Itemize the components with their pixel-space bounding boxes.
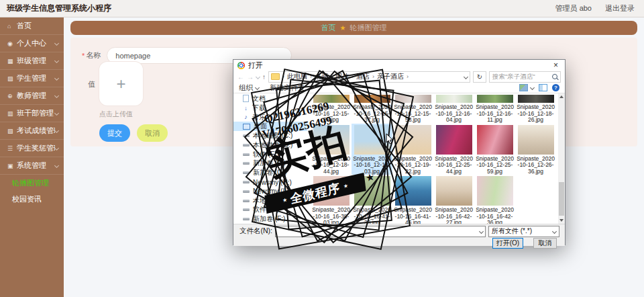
dialog-titlebar[interactable]: 打开 × [233,60,565,71]
change-view-button[interactable] [519,84,534,91]
dialog-title: 打开 [248,60,263,71]
sidebar-item-reward-mgmt[interactable]: ☰ 学生奖惩管理 [0,140,64,157]
sidebar-item-profile[interactable]: ◉ 个人中心 [0,35,64,52]
address-segment-family-hotel[interactable]: 亲子酒店 [377,72,404,81]
submit-button[interactable]: 提交 [99,124,130,142]
sidebar-item-student-mgmt[interactable]: ▨ 学生管理 [0,70,64,87]
file-item[interactable]: Snipaste_2020-10-16_12-15-26.jpg [311,93,352,124]
scrollbar-thumb[interactable] [559,182,564,216]
file-item[interactable]: Snipaste_2020-10-16_12-18-26.jpg [515,93,556,124]
chevron-down-icon [54,41,59,46]
tree-item-disk-h[interactable]: Newsmy (H:) [233,177,307,187]
reward-icon: ☰ [7,145,17,152]
sidebar-item-system-mgmt[interactable]: ▣ 系统管理 [0,157,64,175]
address-bar[interactable]: › 此电脑 › 桌面 › 图片 › 酒店 › 亲子酒店 › [268,71,470,83]
value-label: 值 [88,79,95,89]
scroll-up-icon[interactable] [559,95,564,98]
dialog-cancel-button[interactable]: 取消 [533,238,557,249]
tree-item-desktop[interactable]: 桌面 [233,122,307,131]
refresh-icon[interactable]: ↻ [473,71,486,83]
filetype-select[interactable]: 所有文件 (*.*) [488,226,559,237]
close-icon[interactable]: × [547,60,565,70]
search-box[interactable]: 搜索"亲子酒店" [489,71,561,83]
help-icon[interactable]: ? [552,84,559,91]
file-item[interactable]: Snipaste_2020-10-16_16-41-46.jpg [392,175,433,224]
organize-button[interactable]: 组织 [239,83,259,93]
file-item[interactable]: Snipaste_2020-10-16_12-18-44.jpg [311,124,352,175]
address-segment-desktop[interactable]: 桌面 [315,72,328,81]
new-folder-button[interactable]: 新建文件夹 [270,83,305,93]
file-item-selected[interactable]: Snipaste_2020-10-16_12-19-03.jpg [352,124,392,175]
file-item[interactable]: Snipaste_2020-10-16_12-16-04.jpg [433,93,474,124]
sidebar-item-cadre-mgmt[interactable]: ▥ 班干部管理 [0,105,64,122]
tree-item-disk-i[interactable]: Newsmy (I:) [233,187,307,196]
file-item[interactable]: Snipaste_2020-10-16_12-25-44.jpg [433,124,474,175]
tree-item-music[interactable]: ♪音乐 [233,113,307,122]
cancel-button[interactable]: 取消 [137,124,168,142]
file-thumbnail [518,95,554,103]
chevron-down-icon [479,228,484,233]
tree-item-disk-e[interactable]: 软件 (E:) [233,150,307,159]
document-icon [243,95,249,102]
file-thumbnail [395,176,431,206]
file-item[interactable]: Snipaste_2020-10-16_16-38-03.jpg [311,175,352,224]
filename-combo[interactable] [275,226,486,237]
file-item[interactable]: Snipaste_2020-10-16_16-41-36.jpg [352,175,392,224]
sidebar-subitem-campus-news[interactable]: 校园资讯 [0,191,64,207]
back-icon[interactable]: ← [237,73,244,81]
chevron-down-icon [54,146,59,151]
breadcrumb-home[interactable]: 首页 [321,23,336,33]
tree-item-downloads[interactable]: ↓下载 [233,103,307,113]
student-icon: ▨ [7,75,17,82]
address-dropdown-icon[interactable] [464,74,468,79]
folder-icon [271,73,280,80]
tree-item-disk-c[interactable]: 本地磁盘 (C:) [233,131,307,140]
file-item[interactable]: Snipaste_2020-10-16_12-25-59.jpg [474,124,515,175]
logout-link[interactable]: 退出登录 [605,3,635,13]
person-icon: ◉ [7,40,17,47]
sidebar-item-teacher-mgmt[interactable]: ⊕ 教师管理 [0,87,64,105]
address-segment-hotel[interactable]: 酒店 [356,72,370,81]
address-segment-this-pc[interactable]: 此电脑 [287,72,307,81]
cadre-icon: ▥ [7,110,17,117]
forward-icon[interactable]: → [247,73,254,81]
recent-locations-icon[interactable] [256,74,260,79]
sidebar-item-class-mgmt[interactable]: ▦ 班级管理 [0,52,64,70]
required-mark: * [82,52,85,60]
disk-icon [243,153,250,156]
tree-item-documents[interactable]: 文档 [233,94,307,103]
preview-pane-icon[interactable] [539,84,547,91]
tree-item-disk-d2[interactable]: 本地磁盘 (D:) [233,196,307,206]
tree-item-disk-d[interactable]: 本地磁盘 (D:) [233,140,307,150]
music-icon: ♪ [243,114,249,120]
disk-icon [243,162,250,165]
file-thumbnail [395,125,431,155]
open-button[interactable]: 打开(O) [492,238,523,249]
teacher-icon: ⊕ [7,93,17,99]
file-thumbnail [436,125,472,155]
file-list-scrollbar[interactable] [558,93,565,224]
tree-item-disk-f2[interactable]: 新加卷 (F:) [233,214,307,224]
up-icon[interactable]: ↑ [262,73,266,81]
file-item[interactable]: Snipaste_2020-10-16_12-15-58.jpg [392,93,433,124]
file-item[interactable]: Snipaste_2020-10-16_12-26-36.jpg [515,124,556,175]
sidebar-item-home[interactable]: ⌂ 首页 [0,17,64,35]
tree-item-disk-e2[interactable]: 软件 (E:) [233,206,307,215]
app-title: 班级学生信息管理系统小程序 [7,3,111,14]
image-upload-box[interactable]: + [99,62,143,105]
sidebar-subitem-carousel[interactable]: 轮播图管理 [0,175,64,191]
filename-input[interactable] [278,227,480,235]
tree-item-disk-g[interactable]: 新加卷 (G:) [233,168,307,177]
file-item[interactable]: Snipaste_2020-10-16_12-19-22.jpg [392,124,433,175]
file-thumbnail [518,125,554,155]
file-item[interactable]: Snipaste_2020-10-16_16-42-27.jpg [433,175,474,224]
address-segment-pictures[interactable]: 图片 [335,72,349,81]
tree-item-disk-f[interactable]: 新加卷 (F:) [233,159,307,169]
file-item[interactable]: Snipaste_2020-10-16_12-15-37.jpg [352,93,392,124]
file-item[interactable]: Snipaste_2020-10-16_12-16-11.jpg [474,93,515,124]
chevron-down-icon [54,93,59,98]
sidebar-item-exam-mgmt[interactable]: ▧ 考试成绩管理 [0,122,64,140]
file-item[interactable]: Snipaste_2020-10-16_16-42-36.jpg [474,175,515,224]
chevron-down-icon [54,111,59,116]
scroll-down-icon[interactable] [559,219,564,222]
